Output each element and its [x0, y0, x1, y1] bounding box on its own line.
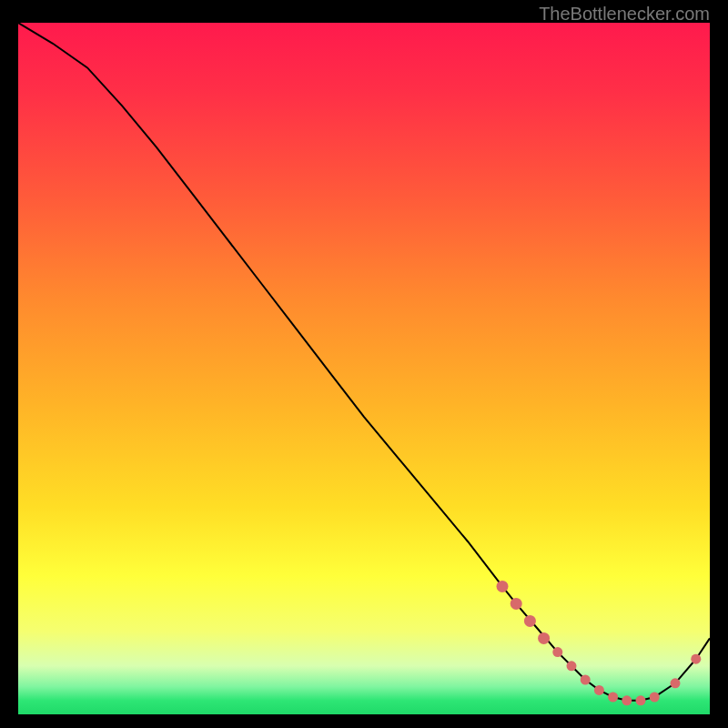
attribution-text: TheBottlenecker.com	[539, 4, 710, 25]
marker-point	[538, 632, 550, 644]
bottleneck-curve	[18, 23, 710, 701]
chart-line-overlay	[18, 23, 710, 714]
marker-point	[636, 695, 646, 705]
marker-point	[650, 693, 660, 703]
chart-plot-area	[18, 23, 710, 714]
marker-point	[622, 695, 632, 705]
marker-point	[594, 685, 604, 695]
marker-point	[567, 661, 577, 671]
marker-point	[608, 693, 618, 703]
marker-point	[691, 654, 701, 664]
marker-point	[581, 675, 591, 685]
marker-point	[671, 678, 681, 688]
marker-point	[552, 647, 562, 657]
marker-point	[497, 581, 509, 592]
marker-point	[511, 598, 522, 610]
marker-point	[524, 615, 536, 627]
